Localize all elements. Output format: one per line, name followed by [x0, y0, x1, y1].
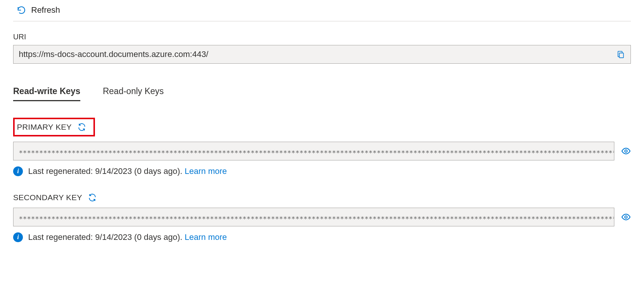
svg-rect-0	[619, 53, 623, 58]
uri-row: https://ms-docs-account.documents.azure.…	[13, 45, 631, 64]
tab-read-write[interactable]: Read-write Keys	[13, 86, 80, 101]
secondary-info-row: i Last regenerated: 9/14/2023 (0 days ag…	[13, 232, 631, 242]
info-icon: i	[13, 232, 23, 242]
svg-point-2	[625, 216, 627, 219]
keys-tabs: Read-write Keys Read-only Keys	[13, 86, 631, 101]
uri-label: URI	[13, 33, 631, 41]
regenerate-primary-icon[interactable]	[77, 122, 87, 132]
primary-key-label: PRIMARY KEY	[17, 123, 72, 132]
regenerate-secondary-icon[interactable]	[87, 193, 97, 202]
primary-key-row: ****************************************…	[13, 142, 631, 160]
primary-key-block: PRIMARY KEY ****************************…	[13, 118, 631, 176]
secondary-key-row: ****************************************…	[13, 208, 631, 226]
refresh-label[interactable]: Refresh	[31, 5, 60, 15]
primary-info-row: i Last regenerated: 9/14/2023 (0 days ag…	[13, 166, 631, 176]
uri-field: URI https://ms-docs-account.documents.az…	[13, 33, 631, 64]
primary-key-highlight: PRIMARY KEY	[13, 118, 95, 136]
copy-icon[interactable]	[616, 49, 626, 59]
secondary-key-label: SECONDARY KEY	[13, 193, 82, 202]
secondary-key-block: SECONDARY KEY **************************…	[13, 193, 631, 242]
secondary-info-text: Last regenerated: 9/14/2023 (0 days ago)…	[28, 232, 185, 242]
primary-info-text: Last regenerated: 9/14/2023 (0 days ago)…	[28, 166, 185, 176]
secondary-learn-more-link[interactable]: Learn more	[185, 232, 227, 242]
primary-key-value[interactable]: ****************************************…	[13, 142, 614, 160]
primary-learn-more-link[interactable]: Learn more	[185, 166, 227, 176]
show-primary-icon[interactable]	[621, 146, 631, 156]
show-secondary-icon[interactable]	[621, 212, 631, 222]
tab-read-only[interactable]: Read-only Keys	[103, 86, 164, 101]
refresh-icon[interactable]	[17, 6, 26, 15]
uri-value[interactable]: https://ms-docs-account.documents.azure.…	[13, 45, 631, 64]
svg-point-1	[625, 150, 627, 153]
info-icon: i	[13, 166, 23, 176]
toolbar: Refresh	[13, 0, 631, 21]
secondary-key-value[interactable]: ****************************************…	[13, 208, 614, 226]
